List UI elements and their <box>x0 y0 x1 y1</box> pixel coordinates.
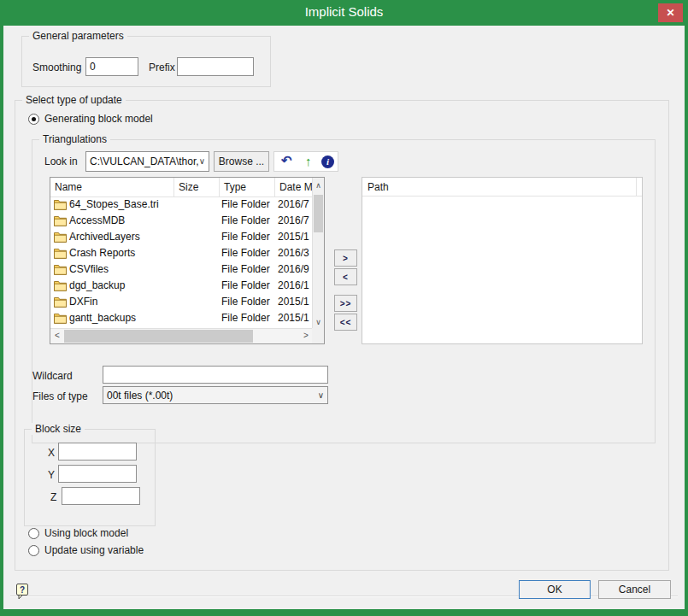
radio-generating-block-model[interactable]: Generating block model <box>28 113 153 125</box>
block-size-label: Block size <box>32 423 85 435</box>
look-in-combobox[interactable]: C:\VULCAN_DATA\thor, ∨ <box>85 151 209 172</box>
browse-button[interactable]: Browse ... <box>214 151 269 172</box>
cancel-button[interactable]: Cancel <box>598 580 671 599</box>
file-date: 2015/1 <box>278 312 313 324</box>
look-in-label: Look in <box>44 155 78 167</box>
prefix-input[interactable] <box>177 57 254 76</box>
up-arrow-icon[interactable]: ↑ <box>305 154 312 168</box>
file-row[interactable]: dgd_backup File Folder 2016/1 <box>50 278 313 294</box>
ok-label: OK <box>547 584 562 595</box>
cancel-label: Cancel <box>619 584 650 595</box>
vertical-scrollbar[interactable]: ∧ ∨ <box>312 178 324 330</box>
radio-label: Generating block model <box>44 113 153 125</box>
vertical-scrollbar-thumb[interactable] <box>314 195 323 232</box>
file-type: File Folder <box>221 263 270 275</box>
folder-icon <box>54 232 67 243</box>
scrollbar-corner <box>312 328 324 343</box>
file-type: File Folder <box>221 247 270 259</box>
files-of-type-value: 00t files (*.00t) <box>107 390 173 402</box>
z-label: Z <box>50 491 56 503</box>
general-parameters-label: General parameters <box>29 30 127 42</box>
file-row[interactable]: DXFin File Folder 2015/1 <box>50 294 313 310</box>
files-of-type-dropdown[interactable]: 00t files (*.00t) ∨ <box>103 386 328 404</box>
help-button[interactable]: ? <box>15 583 31 600</box>
radio-label: Update using variable <box>44 544 144 556</box>
file-name: ArchivedLayers <box>69 231 140 243</box>
close-button[interactable]: ✕ <box>658 3 683 22</box>
folder-icon <box>54 199 67 210</box>
scroll-right-button[interactable]: > <box>299 329 313 343</box>
file-row[interactable]: 64_Stopes_Base.tri File Folder 2016/7 <box>50 197 313 213</box>
path-column-separator <box>636 178 637 197</box>
move-all-left-button[interactable]: << <box>334 314 357 331</box>
path-header[interactable]: Path <box>362 178 642 197</box>
wildcard-label: Wildcard <box>32 370 73 382</box>
column-header-type[interactable]: Type <box>220 178 275 197</box>
radio-using-block-model[interactable]: Using block model <box>28 527 128 539</box>
path-panel: Path <box>362 177 643 344</box>
move-left-button[interactable]: < <box>334 268 357 285</box>
folder-icon <box>54 296 67 308</box>
folder-icon <box>54 264 67 275</box>
file-list: Name Size Type Date M 64_Stopes_Base.tri… <box>50 177 325 344</box>
file-row[interactable]: Crash Reports File Folder 2016/3 <box>50 245 313 261</box>
ok-button[interactable]: OK <box>519 580 591 599</box>
folder-icon <box>54 215 67 226</box>
x-input[interactable] <box>58 443 137 461</box>
folder-icon <box>54 248 67 259</box>
file-name: AccessMDB <box>69 214 125 226</box>
undo-icon[interactable]: ↶ <box>281 153 292 168</box>
wildcard-input[interactable] <box>103 366 328 384</box>
move-all-right-button[interactable]: >> <box>334 295 357 312</box>
y-label: Y <box>48 469 55 481</box>
horizontal-scrollbar-thumb[interactable] <box>64 330 253 343</box>
select-type-label: Select type of update <box>22 94 126 106</box>
radio-circle <box>28 114 39 125</box>
close-icon: ✕ <box>666 7 674 19</box>
file-date: 2015/1 <box>278 231 313 243</box>
file-list-body: 64_Stopes_Base.tri File Folder 2016/7 Ac… <box>50 197 313 330</box>
file-date: 2016/1 <box>278 279 313 291</box>
path-list-body[interactable] <box>362 197 642 343</box>
file-row[interactable]: CSVfiles File Folder 2016/9 <box>50 261 313 278</box>
titlebar[interactable]: Implicit Solids ✕ <box>0 0 688 26</box>
radio-circle <box>28 528 39 539</box>
scroll-left-button[interactable]: < <box>50 329 64 343</box>
horizontal-scrollbar[interactable]: < > <box>50 328 313 343</box>
file-row[interactable]: ArchivedLayers File Folder 2015/1 <box>50 229 313 245</box>
file-date: 2016/7 <box>278 198 313 210</box>
z-input[interactable] <box>62 487 140 505</box>
smoothing-input[interactable] <box>85 57 138 76</box>
browse-label: Browse ... <box>219 155 264 167</box>
file-name: DXFin <box>69 296 97 308</box>
file-type: File Folder <box>221 312 270 324</box>
column-header-date[interactable]: Date M <box>275 178 313 197</box>
files-of-type-label: Files of type <box>32 390 88 402</box>
file-type: File Folder <box>221 214 270 226</box>
move-right-button[interactable]: > <box>334 249 357 267</box>
folder-icon <box>54 280 67 291</box>
column-header-size[interactable]: Size <box>174 178 220 197</box>
file-name: gantt_backups <box>69 312 136 324</box>
dialog-window: Implicit Solids ✕ General parameters Smo… <box>0 0 688 616</box>
window-title: Implicit Solids <box>0 0 688 26</box>
radio-update-using-variable[interactable]: Update using variable <box>28 544 144 556</box>
look-in-value: C:\VULCAN_DATA\thor, <box>90 155 199 167</box>
smoothing-label: Smoothing <box>32 62 81 73</box>
column-header-name[interactable]: Name <box>50 178 174 197</box>
dialog-body: General parameters Smoothing Prefix Sele… <box>3 26 685 609</box>
file-row[interactable]: AccessMDB File Folder 2016/7 <box>50 213 313 229</box>
file-name: dgd_backup <box>69 279 125 291</box>
chevron-down-icon: ∨ <box>199 156 205 166</box>
icon-toolbar: ↶ ↑ i <box>273 151 338 172</box>
x-label: X <box>48 447 55 459</box>
radio-label: Using block model <box>44 527 128 539</box>
triangulations-label: Triangulations <box>39 133 110 145</box>
path-column-label: Path <box>368 178 389 197</box>
file-row[interactable]: gantt_backups File Folder 2015/1 <box>50 310 313 326</box>
info-icon[interactable]: i <box>321 155 334 168</box>
folder-icon <box>54 313 67 324</box>
y-input[interactable] <box>58 465 137 483</box>
file-date: 2015/1 <box>278 296 313 308</box>
scroll-up-button[interactable]: ∧ <box>313 178 324 193</box>
